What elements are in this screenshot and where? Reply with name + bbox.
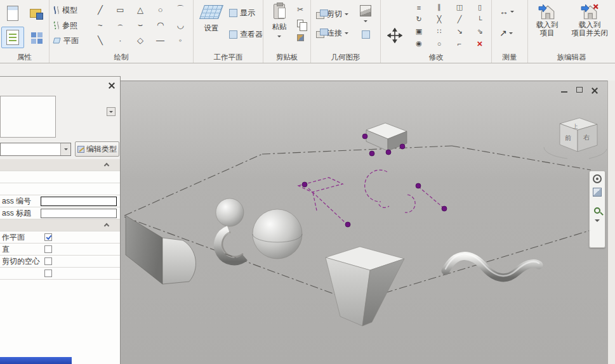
model-sweep-tube[interactable]	[446, 254, 539, 278]
property-row[interactable]: 剪切的空心	[0, 256, 120, 268]
navigation-bar[interactable]	[589, 171, 605, 248]
trim-tool[interactable]: ╳	[429, 13, 449, 25]
minimize-icon[interactable]	[559, 86, 569, 94]
cut-to-clipboard-button[interactable]: ✂	[294, 4, 307, 15]
spline-tool[interactable]: ~	[90, 17, 110, 32]
line-tool[interactable]: ╱	[90, 2, 110, 17]
void-cut-checkbox[interactable]	[44, 257, 52, 265]
taskbar-fragment[interactable]	[0, 357, 72, 364]
ellipse-arc-tool[interactable]: ◡	[170, 17, 190, 32]
right-gutter[interactable]	[607, 81, 615, 364]
copy-to-clipboard-button[interactable]	[294, 18, 307, 29]
parameters-button[interactable]	[27, 27, 46, 48]
pick-edge-tool[interactable]: —	[150, 32, 171, 48]
property-row[interactable]: ass 标题	[0, 207, 120, 219]
set-workplane-button[interactable]: 设置	[197, 3, 225, 33]
omniclass-title-input[interactable]	[41, 209, 117, 218]
model-half-pipe[interactable]	[218, 230, 245, 261]
palette-close-button[interactable]	[107, 81, 117, 91]
cut-geometry-button[interactable]: 剪切	[316, 9, 348, 20]
property-label: ass 标题	[0, 208, 41, 219]
viewcube-top-label[interactable]: 上	[572, 123, 578, 129]
pick-line-tool[interactable]: ╲	[90, 32, 110, 48]
join-geometry-button[interactable]: 连接	[316, 28, 348, 39]
viewcube-right-label[interactable]: 右	[583, 134, 590, 141]
property-row[interactable]: 直	[0, 244, 120, 256]
delete-tool[interactable]: ×	[470, 37, 490, 49]
arc-tool[interactable]: ⌒	[170, 2, 190, 17]
viewcube[interactable]: 上 前 右	[544, 118, 607, 159]
family-types-button[interactable]	[1, 27, 24, 48]
split-tool[interactable]: ╱	[449, 13, 470, 25]
small-point-tool[interactable]: ◦	[170, 32, 190, 48]
circle-tool[interactable]: ○	[150, 2, 171, 17]
void-forms-button[interactable]	[357, 30, 374, 39]
point-tool[interactable]: ·	[110, 32, 131, 48]
array-tool[interactable]: ∷	[429, 25, 449, 37]
show-workplane-button[interactable]: 显示	[229, 8, 255, 18]
preview-dropdown-button[interactable]	[107, 107, 116, 116]
omniclass-number-input[interactable]	[41, 197, 117, 206]
pin-tool[interactable]: ◉	[409, 37, 429, 49]
offset-tool[interactable]: ∥	[429, 1, 449, 13]
property-row[interactable]: ass 编号	[0, 195, 120, 207]
navbar-expand-icon[interactable]	[595, 219, 600, 224]
extra-checkbox[interactable]	[44, 270, 52, 277]
property-row[interactable]	[0, 171, 120, 183]
close-icon[interactable]	[589, 86, 600, 94]
model-blend[interactable]	[326, 247, 404, 326]
paste-button[interactable]: 粘贴	[267, 3, 292, 39]
align-tool[interactable]: ≡	[409, 1, 429, 13]
rectangle-tool[interactable]: ▭	[110, 2, 131, 17]
match-type-button[interactable]	[294, 32, 307, 43]
rotate-tool[interactable]: ↻	[409, 13, 429, 25]
property-row[interactable]	[0, 268, 120, 280]
fillet-arc-tool[interactable]: ⌢	[110, 17, 131, 32]
vertical-checkbox[interactable]	[44, 245, 52, 253]
property-row[interactable]	[0, 183, 120, 195]
edit-type-label: 编辑类型	[86, 144, 117, 155]
mirror-axis-tool[interactable]: ◫	[449, 1, 470, 13]
properties-button[interactable]	[3, 2, 23, 25]
copy-tool[interactable]: ▣	[409, 25, 429, 37]
draw-mode-reference[interactable]: 参照	[53, 18, 89, 33]
tangent-arc-tool[interactable]: ⌣	[130, 17, 150, 32]
solid-forms-button[interactable]	[357, 5, 374, 24]
measure-along-element-button[interactable]: ↗	[499, 28, 513, 38]
model-extrusion[interactable]	[126, 216, 195, 284]
polygon-tool[interactable]: △	[130, 2, 150, 17]
type-selector[interactable]	[0, 143, 71, 156]
draw-mode-plane[interactable]: 平面	[53, 33, 89, 48]
load-into-project-and-close-button[interactable]: 载入到 项目并关闭	[566, 1, 613, 38]
type-selector-dropdown-button[interactable]	[60, 143, 70, 155]
extend-tool[interactable]: ⇘	[470, 25, 490, 37]
family-category-button[interactable]	[25, 2, 46, 25]
load-into-project-button[interactable]: 载入到 项目	[531, 1, 564, 38]
scale-tool[interactable]: ↘	[449, 25, 470, 37]
mirror-line-tool[interactable]: ▯	[470, 1, 490, 13]
workplane-checkbox[interactable]	[44, 233, 52, 241]
half-ellipse-tool[interactable]: ◠	[150, 17, 171, 32]
property-row[interactable]: 作平面	[0, 231, 120, 244]
section-header[interactable]	[0, 159, 120, 171]
drawing-area[interactable]: 上 前 右	[121, 81, 607, 364]
move-button[interactable]	[383, 23, 406, 48]
viewcube-tool-icon[interactable]	[593, 188, 602, 197]
viewcube-front-label[interactable]: 前	[565, 134, 571, 141]
shape-handles[interactable]	[302, 134, 447, 227]
unpin-tool[interactable]: ○	[429, 37, 449, 49]
diamond-tool[interactable]: ◇	[130, 32, 150, 48]
viewer-button[interactable]: 查看器	[229, 29, 263, 40]
model-sphere-large[interactable]	[253, 209, 302, 259]
edit-type-button[interactable]: 编辑类型	[75, 141, 119, 157]
demolish-tool[interactable]: ⌐	[449, 37, 470, 49]
zoom-icon[interactable]	[594, 207, 600, 214]
measure-between-refs-button[interactable]: ↔	[499, 6, 514, 16]
profile-sketch[interactable]	[298, 170, 444, 224]
model-sphere-small[interactable]	[216, 198, 244, 226]
section-header[interactable]	[0, 219, 120, 231]
steering-wheel-icon[interactable]	[593, 174, 602, 183]
restore-icon[interactable]	[574, 86, 585, 94]
draw-mode-model[interactable]: 模型	[53, 3, 89, 18]
corner-trim-tool[interactable]: └	[470, 13, 490, 25]
